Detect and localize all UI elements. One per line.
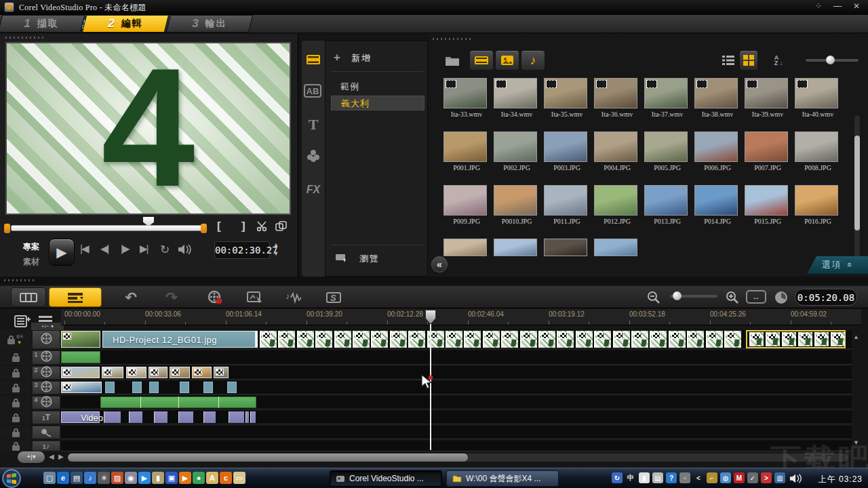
organizer-folder-icon[interactable]: ▭ [233, 472, 245, 484]
countdown-clip[interactable] [594, 331, 611, 348]
library-item[interactable]: P015.JPG [745, 185, 791, 225]
library-item[interactable]: P002.JPG [494, 131, 540, 171]
orange-player-icon[interactable]: ▶ [179, 472, 191, 484]
network-icon[interactable]: ▥ [774, 472, 785, 483]
overlay-track-3[interactable] [61, 381, 852, 394]
undo-button[interactable]: ↶ [121, 287, 141, 307]
clip[interactable] [227, 382, 237, 393]
countdown-clip-selected[interactable] [782, 332, 796, 346]
music-track[interactable] [61, 441, 852, 451]
video-track[interactable]: HD-Project 12_BG01.jpg [61, 330, 852, 349]
repeat-button[interactable]: ↻ [160, 243, 170, 257]
library-item[interactable]: Ita-40.wmv [795, 78, 841, 118]
clip[interactable] [126, 367, 146, 378]
sort-az-icon[interactable]: AZ ↓ [769, 50, 788, 70]
preview-timecode[interactable]: 00:02:30.27 [214, 241, 270, 259]
redo-button[interactable]: ↷ [161, 287, 182, 307]
display-settings-icon[interactable]: ▤ [71, 472, 83, 484]
translator-folder-icon[interactable]: A [206, 472, 218, 484]
import-folder-icon[interactable] [442, 50, 462, 70]
split-clip-icon[interactable] [256, 221, 269, 232]
options-tab[interactable]: 選項« [807, 256, 868, 274]
disc-burner-icon[interactable]: ◉ [125, 472, 137, 484]
countdown-clip[interactable] [520, 331, 537, 348]
layout-dots-icon[interactable]: ⁘ [811, 1, 826, 12]
end-button[interactable]: ▶| [140, 243, 147, 255]
countdown-clip[interactable] [315, 331, 332, 348]
countdown-clip[interactable] [371, 331, 388, 348]
title-clip[interactable] [178, 411, 193, 423]
overlay-track-4[interactable] [61, 396, 852, 409]
title-clip[interactable]: Video [61, 411, 100, 423]
media-icon[interactable] [304, 50, 323, 69]
show-desktop-icon[interactable]: ▢ [43, 472, 56, 484]
countdown-clip[interactable] [334, 331, 351, 348]
library-item[interactable]: P013.JPG [644, 185, 690, 225]
tray-volume-icon[interactable] [789, 473, 803, 484]
scroll-right-icon[interactable]: ▶ [58, 453, 64, 460]
taskbar-clock[interactable]: 上午 03:23 [818, 474, 863, 485]
filter-audio-button[interactable]: ♪ [521, 50, 545, 70]
title-clip[interactable] [250, 411, 256, 423]
library-item[interactable]: P012.JPG [594, 185, 640, 225]
library-item[interactable]: P006.JPG [694, 131, 741, 171]
trim-start-handle[interactable] [4, 224, 10, 233]
fx-icon[interactable]: FX [304, 180, 323, 199]
countdown-clip[interactable] [483, 331, 500, 348]
countdown-clip[interactable] [613, 331, 630, 348]
library-item[interactable]: P0010.JPG [494, 185, 540, 225]
countdown-clip[interactable] [650, 331, 667, 348]
panel-splitter[interactable] [0, 277, 868, 285]
countdown-clip[interactable] [724, 331, 741, 348]
step-tab-3[interactable]: 3輸出 [166, 15, 253, 33]
library-item[interactable] [494, 239, 540, 256]
multi-trim-icon[interactable] [275, 221, 288, 232]
my-computer-icon[interactable]: ▣ [165, 472, 178, 484]
record-capture-button[interactable] [203, 287, 228, 307]
filter-photo-button[interactable] [495, 50, 519, 70]
countdown-clip-selected[interactable] [798, 332, 812, 346]
countdown-clip-selected[interactable] [831, 332, 845, 346]
timeline-hscrollbar[interactable] [68, 453, 848, 462]
music-track-button[interactable]: 1♪ [32, 441, 60, 451]
help-icon[interactable]: ? [666, 472, 677, 483]
title-clip[interactable] [245, 411, 249, 423]
library-item[interactable]: P005.JPG [644, 131, 690, 171]
overlay-track-1[interactable] [61, 350, 852, 365]
timecode-spinner[interactable]: ▲▼ [271, 241, 281, 260]
scroll-left-icon[interactable]: ◀ [49, 453, 54, 460]
clip[interactable] [61, 331, 100, 348]
clip-mode-label[interactable]: 素材 [23, 256, 39, 268]
title-clip[interactable] [104, 411, 121, 423]
title-track-button[interactable]: 1T [32, 411, 60, 424]
library-item[interactable]: P007.JPG [745, 131, 791, 171]
ime-keyboard-icon[interactable]: ▤ [652, 472, 663, 483]
library-item[interactable]: Ita-35.wmv [544, 78, 590, 118]
internet-explorer-icon[interactable]: e [57, 472, 69, 484]
title-clip[interactable] [203, 411, 216, 423]
orange-swoosh-icon[interactable]: c [220, 472, 232, 484]
step-tab-1[interactable]: 1擷取 [0, 15, 85, 33]
voice-track-lock[interactable] [0, 426, 31, 439]
next-frame-button[interactable]: |▶ [121, 243, 128, 255]
clip[interactable] [102, 367, 123, 378]
countdown-clip[interactable] [576, 331, 593, 348]
title-t-icon[interactable]: T [304, 115, 323, 134]
library-item[interactable]: P009.JPG [443, 185, 490, 225]
title-track[interactable]: Video [61, 411, 852, 424]
instant-project-button[interactable] [243, 287, 267, 307]
library-item[interactable] [594, 239, 640, 256]
library-item[interactable]: Ita-37.wmv [644, 78, 690, 118]
clip[interactable] [149, 382, 159, 393]
countdown-clip[interactable] [408, 331, 425, 348]
add-gallery-button[interactable]: +新增 [334, 51, 420, 66]
clip[interactable] [61, 351, 100, 363]
overlay-track-4-lock[interactable] [0, 396, 31, 409]
clip[interactable] [61, 382, 102, 393]
start-button[interactable] [2, 469, 21, 488]
itunes-icon[interactable]: ♪ [84, 472, 96, 484]
step-tab-2[interactable]: 2編輯 [82, 15, 169, 33]
auto-music-button[interactable]: S [321, 287, 346, 307]
key-icon[interactable]: ⌐ [707, 472, 717, 483]
library-item[interactable]: P003.JPG [544, 131, 590, 171]
